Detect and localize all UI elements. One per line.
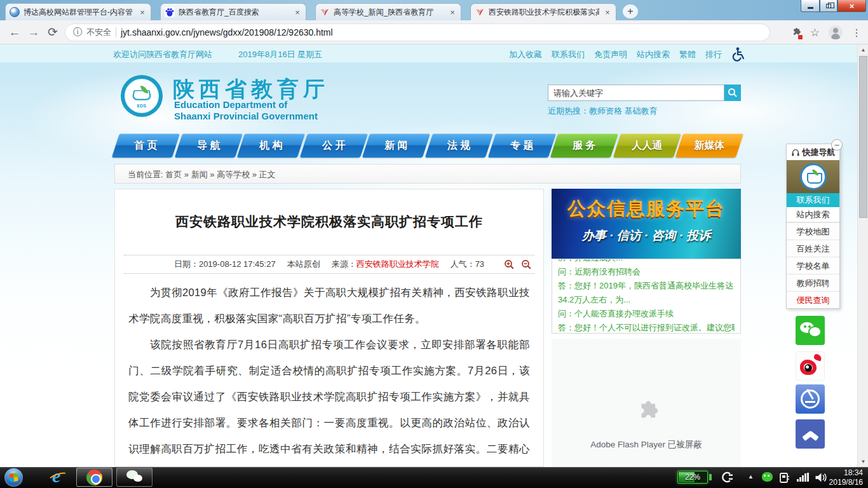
public-service-banner[interactable]: 公众信息服务平台 办事 · 信访 · 咨询 · 投诉	[552, 189, 741, 259]
security-label[interactable]: 不安全	[86, 27, 111, 38]
quicknav-item-school-map[interactable]: 学校地图	[787, 222, 839, 240]
utility-links: 加入收藏 联系我们 免责声明 站内搜索 繁體 排行	[509, 49, 722, 60]
signal-bars-icon[interactable]	[797, 473, 810, 482]
speaker-icon[interactable]	[815, 472, 827, 485]
site-logo[interactable]: EDS	[121, 75, 163, 117]
forward-icon[interactable]: →	[24, 25, 43, 39]
flash-blocked-region[interactable]: Adobe Flash Player 已被屏蔽	[552, 339, 741, 467]
browser-tab-3[interactable]: 高等学校_新闻_陕西省教育厅 ×	[315, 3, 461, 20]
address-bar[interactable]: ⓘ 不安全 jyt.shaanxi.gov.cn/jynews/gdxx/201…	[65, 24, 770, 41]
search-input[interactable]	[548, 85, 724, 101]
nav-organization[interactable]: 机 构	[237, 133, 305, 158]
quicknav-logo-tile[interactable]	[787, 160, 839, 193]
tab-close-icon[interactable]: ×	[138, 8, 147, 17]
battery-indicator[interactable]: 22%	[677, 471, 708, 484]
bookmark-star-icon[interactable]: ☆	[810, 26, 820, 39]
qa-line[interactable]: 历；并通过成人...	[558, 259, 735, 265]
hot-search-label: 近期热搜：	[548, 106, 589, 116]
hot-search-terms[interactable]: 教师资格 基础教育	[589, 106, 658, 116]
quicknav-item-convenience-query[interactable]: 便民查询	[787, 291, 839, 308]
article-meta: 日期：2019-08-12 17:45:27 本站原创 来源：西安铁路职业技术学…	[124, 255, 534, 274]
qa-line[interactable]: 34.2万人左右，为...	[558, 293, 735, 307]
article-paragraph-2: 该院按照省教育厅7月16日高职扩招专项工作会议要求，立即安排部署各职能部门、二级…	[128, 332, 530, 488]
baidu-icon	[165, 7, 175, 17]
clock-date: 2019/8/16	[829, 478, 863, 487]
nav-services[interactable]: 服 务	[550, 133, 618, 158]
browser-tab-4-active[interactable]: 西安铁路职业技术学院积极落实高 ×	[470, 3, 616, 20]
wechat-icon[interactable]	[796, 316, 825, 345]
quicknav-item-school-list[interactable]: 学校名单	[787, 257, 839, 274]
info-icon[interactable]: ⓘ	[73, 27, 82, 38]
nav-home[interactable]: 首 页	[112, 133, 180, 158]
nav-disclosure[interactable]: 公 开	[300, 133, 368, 158]
zoom-out-icon[interactable]	[521, 259, 532, 270]
nav-regulations[interactable]: 法 规	[425, 133, 493, 158]
window-minimize-button[interactable]	[801, 0, 820, 12]
link-traditional[interactable]: 繁體	[679, 49, 696, 60]
quicknav-sitesearch-button[interactable]: 站内搜索	[787, 207, 839, 222]
quicknav-item-public-focus[interactable]: 百姓关注	[787, 240, 839, 257]
headphone-icon	[791, 148, 800, 157]
link-add-favorite[interactable]: 加入收藏	[509, 49, 542, 60]
font-zoom-controls	[504, 259, 532, 270]
tab-close-icon[interactable]: ×	[603, 8, 612, 17]
windows-flag-icon	[9, 473, 18, 482]
quicknav-contact-button[interactable]: 联系我们	[787, 193, 839, 207]
breadcrumb[interactable]: 当前位置: 首页 » 新闻 » 高等学校 » 正文	[128, 169, 276, 180]
quicknav-collapse-button[interactable]: –	[831, 139, 843, 151]
quicknav-item-teacher-recruit[interactable]: 教师招聘	[787, 274, 839, 291]
banner-subtitle: 办事 · 信访 · 咨询 · 投诉	[552, 227, 741, 244]
qa-line[interactable]: 答：您好！2019年，陕西省普通高校毕业生将达	[558, 279, 735, 293]
tab-close-icon[interactable]: ×	[293, 8, 302, 17]
nav-renrentong[interactable]: 人人通	[613, 133, 681, 158]
browser-tab-2[interactable]: 陕西省教育厅_百度搜索 ×	[160, 3, 306, 20]
internet-explorer-icon[interactable]: e	[48, 467, 70, 488]
reload-icon[interactable]: ⟳	[43, 25, 62, 39]
weibo-flame	[813, 353, 822, 361]
menu-icon[interactable]: ⋮	[851, 27, 862, 39]
nav-news[interactable]: 新 闻	[362, 133, 430, 158]
page-scrollbar[interactable]: ▲ ▼	[857, 44, 868, 467]
nav-newmedia[interactable]: 新媒体	[675, 133, 743, 158]
qa-line[interactable]: 问：近期有没有招聘会	[558, 265, 735, 279]
extension-puzzle-icon[interactable]	[790, 27, 801, 38]
flash-blocked-text: Adobe Flash Player 已被屏蔽	[552, 439, 741, 451]
weibo-icon[interactable]	[796, 351, 825, 381]
link-site-search[interactable]: 站内搜索	[637, 49, 670, 60]
link-disclaimer[interactable]: 免责声明	[594, 49, 627, 60]
scroll-up-icon[interactable]: ▲	[858, 47, 868, 53]
appstore-icon[interactable]	[796, 384, 825, 414]
toolbar-right: ☆ ⋮	[790, 20, 862, 44]
scrollbar-thumb[interactable]	[859, 56, 867, 218]
wechat-taskbar-button[interactable]	[116, 468, 153, 487]
zoom-in-icon[interactable]	[504, 259, 515, 270]
nav-guide[interactable]: 导 航	[174, 133, 242, 158]
tab-close-icon[interactable]: ×	[448, 8, 457, 17]
qa-line[interactable]: 问：个人能否直接办理改派手续	[558, 307, 735, 321]
window-close-button[interactable]: ×	[837, 0, 866, 12]
new-tab-button[interactable]: +	[623, 4, 638, 18]
scroll-down-icon[interactable]: ▼	[858, 459, 868, 464]
back-icon[interactable]: ←	[5, 25, 24, 39]
tray-expand-icon[interactable]: ▲	[748, 473, 754, 480]
search-button[interactable]	[724, 85, 741, 101]
article-source-link[interactable]: 西安铁路职业技术学院	[356, 259, 439, 269]
window-restore-button[interactable]	[820, 0, 837, 12]
banner-title: 公众信息服务平台	[552, 196, 741, 222]
taskbar-clock[interactable]: 18:34 2019/8/16	[829, 468, 863, 487]
connection-tray-icon[interactable]	[779, 471, 790, 486]
wechat-tray-icon[interactable]	[762, 472, 773, 482]
url-text[interactable]: jyt.shaanxi.gov.cn/jynews/gdxx/201908/12…	[121, 27, 333, 37]
qa-line[interactable]: 答：您好！个人不可以进行报到证改派。建议您联系	[558, 321, 735, 334]
link-contact-us[interactable]: 联系我们	[552, 49, 585, 60]
profile-avatar[interactable]	[829, 25, 843, 39]
clock-time: 18:34	[829, 468, 863, 478]
browser-tab-1[interactable]: 博达高校网站群管理平台-内容管 ×	[5, 3, 151, 20]
nav-topics[interactable]: 专 题	[487, 133, 555, 158]
chrome-taskbar-button[interactable]	[76, 468, 112, 487]
link-ranking[interactable]: 排行	[705, 49, 722, 60]
back-to-top-button[interactable]	[796, 419, 825, 449]
accessibility-icon[interactable]	[731, 46, 746, 64]
power-plug-icon[interactable]	[719, 471, 733, 485]
start-button[interactable]	[4, 468, 23, 487]
